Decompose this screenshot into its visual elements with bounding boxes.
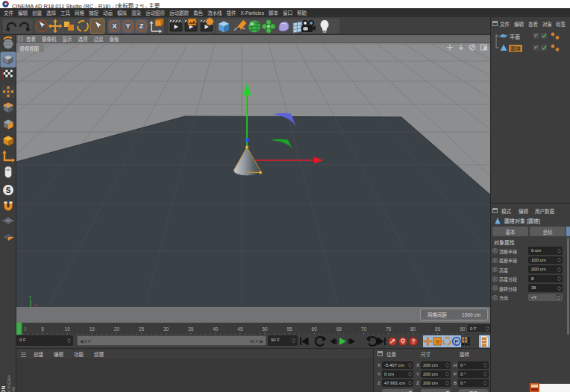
svg-text:10: 10 [65,326,71,332]
svg-text:P: P [454,338,459,345]
svg-text:85: 85 [435,326,441,332]
svg-text:S: S [6,186,11,195]
svg-text:25: 25 [139,326,145,332]
svg-text:75: 75 [386,326,392,332]
svg-text:Z: Z [140,22,144,30]
svg-text:Y: Y [29,295,32,300]
svg-text:20: 20 [114,326,120,332]
svg-text:60: 60 [312,326,318,332]
svg-text:30: 30 [163,326,169,332]
svg-text:X: X [112,22,116,30]
svg-text:45: 45 [237,326,243,332]
svg-text:50: 50 [262,326,268,332]
svg-text:35: 35 [188,326,194,332]
svg-text:Y: Y [125,22,130,30]
svg-text:15: 15 [90,326,95,332]
svg-text:0: 0 [24,326,27,332]
svg-text:透视视图: 透视视图 [19,45,39,52]
svg-text:5: 5 [41,326,44,332]
svg-text:?: ? [411,338,415,345]
svg-text:40: 40 [213,326,219,332]
svg-text:90: 90 [460,326,466,332]
svg-text:70: 70 [361,326,367,332]
svg-text:65: 65 [336,326,342,332]
svg-text:80: 80 [410,326,416,332]
svg-text:55: 55 [286,326,292,332]
